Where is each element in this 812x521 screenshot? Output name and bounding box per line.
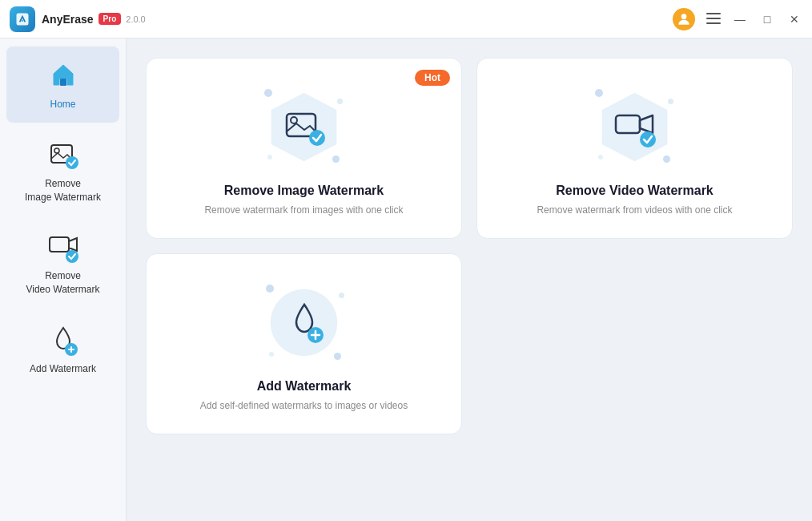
cards-grid: Hot bbox=[146, 58, 793, 434]
remove-video-icon bbox=[46, 229, 81, 265]
app-name: AnyErase bbox=[42, 13, 94, 26]
svg-rect-5 bbox=[706, 22, 721, 24]
app-version: 2.0.0 bbox=[126, 14, 145, 24]
svg-rect-10 bbox=[50, 237, 69, 252]
sidebar-item-home-label: Home bbox=[50, 98, 75, 111]
svg-rect-18 bbox=[616, 115, 640, 133]
svg-point-19 bbox=[640, 131, 656, 147]
card-add-watermark-desc: Add self-defined watermarks to images or… bbox=[200, 400, 408, 411]
card-remove-video[interactable]: Remove Video Watermark Remove watermark … bbox=[476, 58, 793, 239]
sidebar-item-remove-image[interactable]: RemoveImage Watermark bbox=[6, 126, 119, 216]
svg-point-9 bbox=[66, 156, 78, 169]
user-avatar[interactable] bbox=[673, 8, 695, 30]
svg-rect-4 bbox=[706, 18, 721, 19]
sidebar-item-add-watermark[interactable]: Add Watermark bbox=[6, 311, 119, 387]
app-logo bbox=[10, 6, 35, 32]
sidebar-item-add-watermark-label: Add Watermark bbox=[30, 362, 96, 376]
add-watermark-icon bbox=[46, 322, 81, 357]
sidebar-item-remove-video-label: RemoveVideo Watermark bbox=[26, 269, 99, 297]
card-add-watermark[interactable]: Add Watermark Add self-defined watermark… bbox=[146, 253, 462, 434]
svg-point-8 bbox=[54, 148, 59, 153]
home-icon bbox=[46, 58, 81, 93]
card-remove-video-icon-area bbox=[587, 83, 683, 171]
hot-badge: Hot bbox=[415, 70, 450, 86]
svg-point-1 bbox=[22, 19, 24, 22]
maximize-button[interactable]: □ bbox=[759, 13, 775, 26]
card-remove-image-desc: Remove watermark from images with one cl… bbox=[204, 204, 403, 216]
svg-point-16 bbox=[309, 130, 325, 146]
svg-rect-0 bbox=[17, 13, 29, 25]
card-remove-image[interactable]: Hot bbox=[146, 58, 462, 239]
pro-badge: Pro bbox=[98, 13, 122, 25]
card-remove-video-title: Remove Video Watermark bbox=[556, 184, 714, 198]
minimize-button[interactable]: — bbox=[732, 13, 748, 26]
card-remove-image-icon-area bbox=[256, 83, 352, 171]
sidebar-item-home[interactable]: Home bbox=[6, 46, 119, 123]
close-button[interactable]: ✕ bbox=[786, 13, 802, 26]
main-layout: Home RemoveImage Watermark bbox=[0, 38, 812, 521]
card-add-watermark-icon-area bbox=[256, 278, 352, 366]
window-controls: — □ ✕ bbox=[673, 8, 802, 30]
card-remove-image-title: Remove Image Watermark bbox=[224, 184, 384, 198]
content-area: Hot bbox=[127, 38, 812, 521]
sidebar-item-remove-image-label: RemoveImage Watermark bbox=[25, 177, 101, 204]
svg-point-11 bbox=[66, 250, 78, 263]
card-add-watermark-title: Add Watermark bbox=[257, 379, 352, 394]
svg-rect-6 bbox=[60, 79, 66, 86]
svg-point-15 bbox=[291, 117, 297, 123]
sidebar: Home RemoveImage Watermark bbox=[0, 38, 127, 521]
svg-point-2 bbox=[681, 14, 687, 19]
svg-rect-3 bbox=[706, 13, 721, 14]
menu-button[interactable] bbox=[706, 12, 721, 26]
card-remove-video-desc: Remove watermark from videos with one cl… bbox=[537, 204, 732, 216]
remove-image-icon bbox=[46, 137, 81, 172]
titlebar: AnyErase Pro 2.0.0 — □ ✕ bbox=[0, 0, 812, 38]
sidebar-item-remove-video[interactable]: RemoveVideo Watermark bbox=[6, 218, 119, 308]
